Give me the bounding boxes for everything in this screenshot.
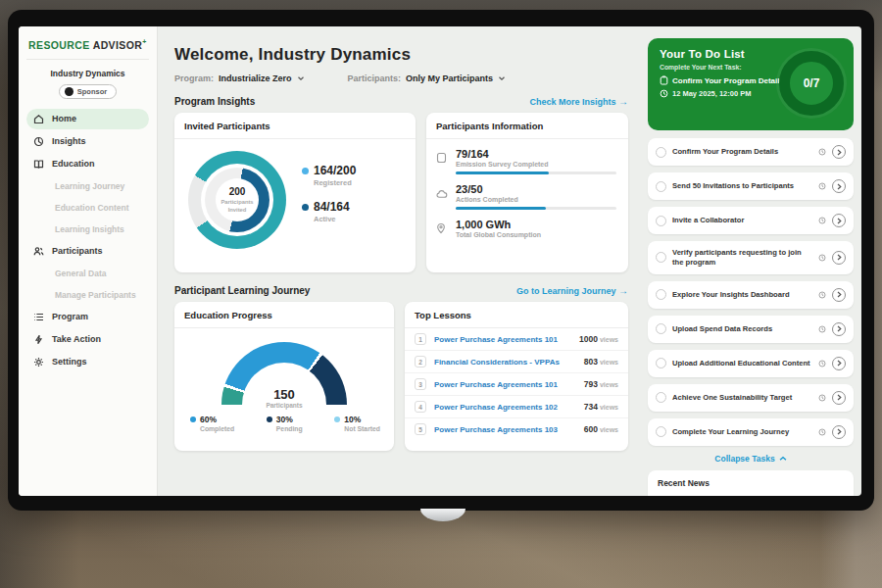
collapse-label: Collapse Tasks	[714, 454, 774, 464]
task-checkbox[interactable]	[656, 147, 666, 158]
lesson-row: 2 Financial Considerations - VPPAs 803vi…	[405, 351, 628, 373]
collapse-tasks-link[interactable]: Collapse Tasks	[648, 454, 854, 464]
participants-information-card: Participants Information 79/164 Emission…	[426, 113, 628, 272]
task-checkbox[interactable]	[656, 289, 666, 300]
lesson-link[interactable]: Power Purchase Agreements 101	[434, 335, 579, 344]
stat-label: Emission Survey Completed	[456, 161, 616, 168]
task-item[interactable]: Upload Additional Educational Content	[648, 350, 854, 377]
chevron-right-icon	[837, 183, 842, 190]
lesson-views-suffix: views	[600, 426, 618, 433]
task-go-button[interactable]	[832, 214, 846, 227]
sidebar-item-learning-insights[interactable]: Learning Insights	[26, 220, 149, 239]
task-go-button[interactable]	[832, 145, 846, 159]
task-label: Verify participants requesting to join t…	[672, 248, 812, 268]
task-go-button[interactable]	[832, 357, 846, 370]
legend-label: Completed	[200, 425, 234, 432]
chevron-down-icon	[498, 74, 506, 82]
invited-body: 200 Participants Invited 164/200 Registe…	[174, 139, 416, 249]
sidebar-item-settings[interactable]: Settings	[26, 352, 149, 372]
task-go-button[interactable]	[832, 179, 846, 193]
task-item[interactable]: Send 50 Invitations to Participants	[648, 172, 854, 200]
task-go-button[interactable]	[832, 322, 846, 336]
sidebar: RESOURCE ADVISOR+ Industry Dynamics Spon…	[19, 26, 158, 496]
task-go-button[interactable]	[832, 391, 846, 405]
task-checkbox[interactable]	[656, 252, 666, 263]
pinfo-body: 79/164 Emission Survey Completed 23/50 A…	[426, 139, 628, 242]
task-item[interactable]: Verify participants requesting to join t…	[648, 241, 854, 274]
card-title: Top Lessons	[405, 302, 628, 328]
stat-value: 23/50	[456, 183, 616, 195]
section-title: Participant Learning Journey	[174, 285, 310, 296]
gauge-center-label: Participants	[221, 402, 347, 409]
lesson-views-suffix: views	[600, 381, 618, 388]
sidebar-item-take-action[interactable]: Take Action	[26, 329, 149, 350]
clock-icon	[660, 89, 668, 98]
donut-center-value: 200	[229, 186, 246, 197]
task-go-button[interactable]	[832, 425, 846, 439]
legend-label: Registered	[314, 178, 356, 187]
lesson-link[interactable]: Financial Considerations - VPPAs	[434, 358, 584, 367]
link-label: Go to Learning Journey	[516, 286, 616, 296]
lesson-link[interactable]: Power Purchase Agreements 102	[434, 403, 584, 412]
todo-counter: 0/7	[804, 76, 820, 90]
survey-icon	[436, 148, 449, 174]
check-more-insights-link[interactable]: Check More Insights →	[529, 96, 628, 107]
chevron-up-icon	[779, 456, 787, 462]
progress-bar-fill	[456, 172, 549, 174]
clock-icon	[818, 254, 826, 262]
link-label: Check More Insights	[529, 97, 615, 107]
card-title: Participants Information	[426, 113, 628, 139]
task-item[interactable]: Explore Your Insights Dashboard	[648, 281, 854, 309]
task-checkbox[interactable]	[656, 323, 666, 334]
go-to-learning-journey-link[interactable]: Go to Learning Journey →	[516, 285, 628, 296]
take-action-icon	[33, 334, 44, 345]
task-checkbox[interactable]	[656, 181, 666, 192]
lesson-views-suffix: views	[600, 404, 618, 411]
sidebar-item-education-content[interactable]: Education Content	[26, 198, 149, 218]
program-filter[interactable]: Program: Industrialize Zero	[174, 74, 305, 83]
lesson-rank: 4	[415, 401, 426, 413]
task-go-button[interactable]	[832, 251, 846, 265]
task-checkbox[interactable]	[656, 392, 666, 403]
recent-news-title: Recent News	[658, 478, 710, 488]
logo-resource: RESOURCE	[28, 39, 90, 51]
lesson-rank: 3	[415, 378, 426, 390]
card-title: Education Progress	[174, 302, 394, 328]
progress-bar	[456, 172, 616, 174]
sidebar-item-learning-journey[interactable]: Learning Journey	[26, 176, 149, 196]
task-item[interactable]: Upload Spend Data Records	[648, 316, 854, 343]
task-item[interactable]: Invite a Collaborator	[648, 207, 854, 234]
lesson-row: 4 Power Purchase Agreements 102 734views	[405, 396, 628, 418]
sponsor-badge[interactable]: Sponsor	[59, 84, 117, 99]
task-item[interactable]: Complete Your Learning Journey	[648, 418, 854, 446]
sidebar-item-program[interactable]: Program	[26, 307, 149, 327]
lesson-link[interactable]: Power Purchase Agreements 103	[434, 425, 584, 434]
sidebar-item-education[interactable]: Education	[26, 154, 149, 174]
sidebar-item-home[interactable]: Home	[26, 109, 149, 129]
donut-center-label: Participants Invited	[218, 199, 257, 214]
insights-icon	[33, 136, 44, 147]
sidebar-item-insights[interactable]: Insights	[26, 131, 149, 152]
chevron-right-icon	[837, 325, 842, 332]
task-item[interactable]: Achieve One Sustainability Target	[648, 384, 854, 412]
legend-value: 164/200	[314, 164, 356, 177]
task-checkbox[interactable]	[656, 426, 666, 437]
gear-icon	[33, 357, 44, 368]
task-label: Upload Spend Data Records	[672, 324, 812, 334]
task-go-button[interactable]	[832, 288, 846, 302]
learning-cards-row: Education Progress 150 Participants	[174, 302, 632, 451]
page-title: Welcome, Industry Dynamics	[174, 45, 632, 65]
sidebar-item-manage-participants[interactable]: Manage Participants	[26, 285, 149, 305]
lesson-link[interactable]: Power Purchase Agreements 101	[434, 380, 584, 389]
legend-item-completed: 60% Completed	[190, 415, 234, 432]
todo-progress-ring: 0/7	[779, 51, 844, 116]
task-checkbox[interactable]	[656, 358, 666, 368]
participants-filter[interactable]: Participants: Only My Participants	[348, 74, 507, 83]
sidebar-item-general-data[interactable]: General Data	[26, 264, 149, 283]
sidebar-item-participants[interactable]: Participants	[26, 241, 149, 262]
background: RESOURCE ADVISOR+ Industry Dynamics Spon…	[0, 0, 882, 588]
task-item[interactable]: Confirm Your Program Details	[648, 138, 854, 166]
section-title: Program Insights	[174, 96, 255, 107]
task-checkbox[interactable]	[656, 216, 666, 226]
monitor-stand	[420, 509, 466, 521]
